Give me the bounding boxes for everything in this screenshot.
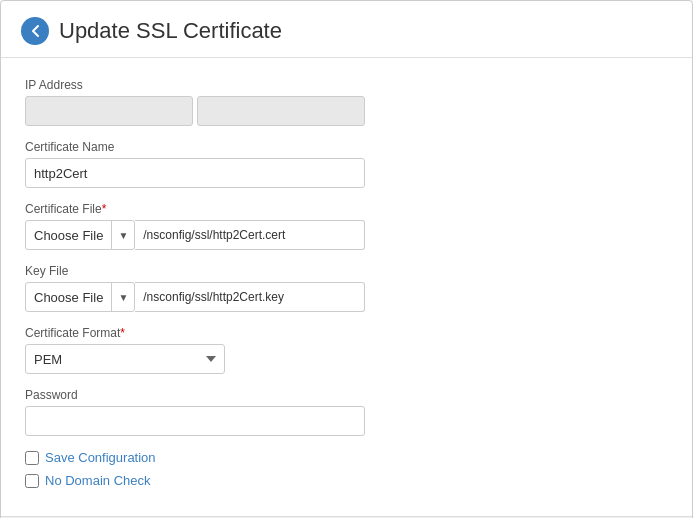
no-domain-check-checkbox[interactable] bbox=[25, 474, 39, 488]
back-button[interactable] bbox=[21, 17, 49, 45]
password-group: Password bbox=[25, 388, 668, 436]
save-config-checkbox[interactable] bbox=[25, 451, 39, 465]
password-input[interactable] bbox=[25, 406, 365, 436]
ip-address-input[interactable] bbox=[25, 96, 193, 126]
key-choose-dropdown-arrow: ▼ bbox=[112, 283, 134, 311]
no-domain-check-group: No Domain Check bbox=[25, 473, 668, 488]
key-choose-file-label: Choose File bbox=[26, 283, 112, 311]
ip-address-row bbox=[25, 96, 365, 126]
ip-address-extra-input[interactable] bbox=[197, 96, 365, 126]
password-label: Password bbox=[25, 388, 668, 402]
cert-file-group: Certificate File* Choose File ▼ bbox=[25, 202, 668, 250]
ip-address-label: IP Address bbox=[25, 78, 668, 92]
cert-name-group: Certificate Name bbox=[25, 140, 668, 188]
key-file-label: Key File bbox=[25, 264, 668, 278]
save-config-label[interactable]: Save Configuration bbox=[45, 450, 156, 465]
key-file-choose-button[interactable]: Choose File ▼ bbox=[25, 282, 135, 312]
cert-file-path-input[interactable] bbox=[135, 220, 365, 250]
cert-choose-dropdown-arrow: ▼ bbox=[112, 221, 134, 249]
cert-file-choose-button[interactable]: Choose File ▼ bbox=[25, 220, 135, 250]
key-file-group: Key File Choose File ▼ bbox=[25, 264, 668, 312]
modal-container: Update SSL Certificate IP Address Certif… bbox=[0, 0, 693, 518]
page-title: Update SSL Certificate bbox=[59, 18, 282, 44]
cert-format-label: Certificate Format* bbox=[25, 326, 668, 340]
key-file-row: Choose File ▼ bbox=[25, 282, 365, 312]
cert-file-label: Certificate File* bbox=[25, 202, 668, 216]
cert-name-input[interactable] bbox=[25, 158, 365, 188]
cert-format-select[interactable]: PEM DER bbox=[25, 344, 225, 374]
cert-file-row: Choose File ▼ bbox=[25, 220, 365, 250]
no-domain-check-label[interactable]: No Domain Check bbox=[45, 473, 151, 488]
modal-header: Update SSL Certificate bbox=[1, 1, 692, 58]
save-config-group: Save Configuration bbox=[25, 450, 668, 465]
cert-format-group: Certificate Format* PEM DER bbox=[25, 326, 668, 374]
cert-name-label: Certificate Name bbox=[25, 140, 668, 154]
key-file-path-input[interactable] bbox=[135, 282, 365, 312]
ip-address-group: IP Address bbox=[25, 78, 668, 126]
cert-choose-file-label: Choose File bbox=[26, 221, 112, 249]
modal-body: IP Address Certificate Name Certificate … bbox=[1, 58, 692, 516]
